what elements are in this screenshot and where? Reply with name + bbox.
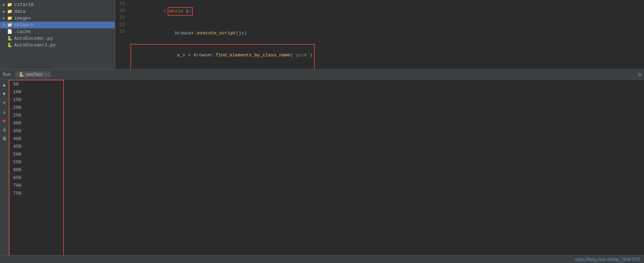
file-tree-label: AutoEncoder2.py [14, 43, 56, 48]
output-line-550: 550 [10, 158, 63, 166]
download-button[interactable]: ⤓ [2, 108, 7, 116]
file-icon: 📄 [7, 29, 12, 34]
output-line-750: 750 [10, 190, 63, 197]
folder-expand-icon: ▶ [3, 2, 5, 7]
output-line-400: 400 [10, 135, 63, 143]
file-tree-label: .cache [14, 29, 31, 34]
left-toolbar: ▲ ▼ ≡ ⤓ ■ 🖨 🗑 [0, 80, 9, 263]
py-file-icon: 🐍 [7, 36, 12, 41]
folder-icon: 📁 [7, 9, 12, 14]
file-tree-item-data[interactable]: ▶ 📁 data [0, 8, 115, 15]
folder-expand-icon: ▶ [3, 16, 5, 21]
file-tree-label: images [14, 16, 31, 21]
output-line-500: 500 [10, 151, 63, 158]
folder-expand-icon: ▼ [3, 23, 5, 28]
status-bar: https://blog.csdn.net/qq_29367075 [0, 255, 644, 263]
highlight-block: a_s = browser.find_elements_by_class_nam… [130, 44, 315, 69]
output-line-300: 300 [10, 119, 63, 127]
output-line-350: 350 [10, 127, 63, 135]
output-line-700: 700 [10, 182, 63, 190]
file-tree-item-images[interactable]: ▶ 📁 images [0, 15, 115, 22]
settings-icon[interactable]: ⚙ [638, 72, 641, 78]
code-editor: 19 20 21 22 23 ⊡while 1: browser.execute… [115, 0, 644, 69]
file-tree-label: data [14, 9, 25, 14]
print-button[interactable]: 🖨 [1, 127, 7, 133]
file-tree-item-autoencoder2[interactable]: 🐍 AutoEncoder2.py [0, 42, 115, 49]
output-line-50: 50 [10, 80, 63, 88]
code-line-19: ⊡while 1: [130, 0, 644, 23]
code-line-22: print(len(a_s)) [133, 66, 313, 69]
code-content: ⊡while 1: browser.execute_script(js) a_s… [128, 0, 644, 69]
delete-button[interactable]: 🗑 [1, 135, 7, 142]
file-tree-item-cifar10[interactable]: ▶ 📁 cifar10 [0, 1, 115, 8]
folder-icon: 📁 [7, 22, 12, 28]
code-line-20: browser.execute_script(js) [130, 23, 644, 44]
folder-icon: 📁 [7, 16, 12, 21]
scroll-down-button[interactable]: ▼ [2, 91, 6, 97]
file-tree-item-autoencoder[interactable]: 🐍 AutoEncoder.py [0, 35, 115, 42]
close-tab-button[interactable]: × [45, 72, 47, 77]
csdn-link[interactable]: https://blog.csdn.net/qq_29367075 [575, 257, 640, 262]
output-content: 50 100 150 200 250 300 350 400 450 500 5… [9, 80, 644, 263]
menu-button[interactable]: ≡ [2, 100, 6, 106]
output-line-650: 650 [10, 174, 63, 182]
output-line-600: 600 [10, 166, 63, 174]
output-numbers: 50 100 150 200 250 300 350 400 450 500 5… [9, 80, 64, 263]
run-label: Run: [3, 72, 12, 77]
file-tree-label: sklearn [14, 22, 34, 28]
output-line-150: 150 [10, 96, 63, 104]
file-tree: ▶ 📁 cifar10 ▶ 📁 data ▶ 📁 images ▼ 📁 skle… [0, 0, 115, 69]
stop-button[interactable]: ■ [2, 118, 6, 124]
folder-icon: 📁 [7, 2, 12, 7]
output-right-area [64, 80, 644, 263]
run-tab[interactable]: 🐍 newTstst × [15, 71, 51, 78]
file-tree-item-cache[interactable]: 📄 .cache [0, 28, 115, 35]
line-numbers: 19 20 21 22 23 [115, 0, 128, 69]
file-tree-item-sklearn[interactable]: ▼ 📁 sklearn [0, 22, 115, 28]
file-tree-label: AutoEncoder.py [14, 36, 53, 41]
scroll-up-button[interactable]: ▲ [2, 82, 6, 89]
run-tab-name: newTstst [26, 72, 42, 77]
output-line-450: 450 [10, 143, 63, 151]
run-tab-bar: Run: 🐍 newTstst × ⚙ [0, 69, 644, 80]
python-tab-icon: 🐍 [19, 72, 24, 77]
code-line-21: a_s = browser.find_elements_by_class_nam… [133, 45, 313, 66]
file-tree-label: cifar10 [14, 2, 34, 7]
folder-expand-icon: ▶ [3, 9, 5, 14]
py-file-icon: 🐍 [7, 43, 12, 48]
output-line-200: 200 [10, 104, 63, 112]
keyword-while: while [169, 9, 183, 14]
output-line-250: 250 [10, 112, 63, 119]
output-line-100: 100 [10, 88, 63, 96]
